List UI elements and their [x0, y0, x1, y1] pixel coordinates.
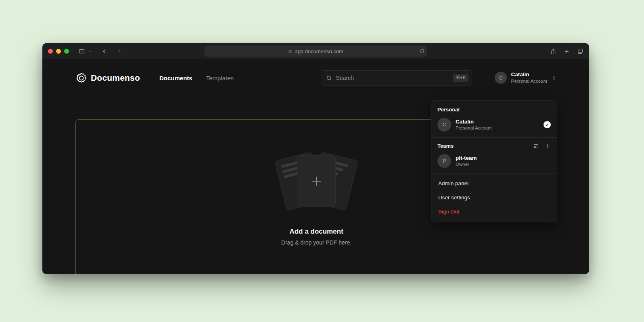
personal-avatar: C	[437, 118, 451, 132]
chevron-up-down-icon	[551, 75, 557, 81]
account-dropdown-menu: Personal C Catalin Personal Account Team…	[431, 100, 557, 222]
search-icon	[326, 75, 332, 81]
share-icon[interactable]	[550, 48, 556, 55]
personal-subtitle: Personal Account	[456, 125, 492, 131]
documenso-app: Documenso Documents Templates ⌘+K C Cata…	[42, 70, 589, 274]
refresh-icon[interactable]	[419, 49, 424, 54]
titlebar-right-actions	[550, 43, 583, 59]
lock-icon	[288, 49, 292, 54]
account-subtitle: Personal Account	[511, 78, 547, 84]
menu-item-admin-panel[interactable]: Admin panel	[431, 176, 557, 190]
search-input[interactable]	[336, 75, 449, 81]
documenso-logo[interactable]: Documenso	[75, 72, 140, 84]
sidebar-toggle-icon[interactable]	[78, 48, 86, 54]
personal-account-item[interactable]: C Catalin Personal Account	[431, 115, 557, 137]
team-texts: pit-team Owner	[456, 155, 477, 167]
app-header: Documenso Documents Templates ⌘+K C Cata…	[75, 70, 557, 86]
back-button-icon[interactable]	[102, 48, 107, 54]
minimize-window-button[interactable]	[56, 49, 61, 54]
personal-texts: Catalin Personal Account	[456, 118, 492, 131]
document-stack-illustration	[272, 151, 361, 211]
documenso-logo-icon	[75, 72, 87, 84]
selected-check-icon	[544, 121, 551, 128]
zoom-window-button[interactable]	[64, 49, 69, 54]
close-window-button[interactable]	[48, 49, 53, 54]
sidebar-chevron-down-icon[interactable]	[88, 49, 92, 53]
traffic-lights	[48, 49, 69, 54]
menu-item-sign-out[interactable]: Sign Out	[431, 205, 557, 219]
menu-links: Admin panel User settings Sign Out	[431, 174, 557, 222]
manage-teams-icon[interactable]	[533, 143, 539, 149]
dropzone-subtitle: Drag & drop your PDF here.	[281, 239, 351, 246]
main-nav: Documents Templates	[159, 75, 234, 82]
nav-templates[interactable]: Templates	[206, 75, 234, 82]
url-text: app.documenso.com	[295, 48, 343, 54]
add-team-plus-icon[interactable]	[545, 143, 551, 149]
new-tab-plus-icon[interactable]	[564, 48, 570, 54]
teams-section-label: Teams	[437, 143, 454, 149]
search-shortcut-badge: ⌘+K	[453, 74, 469, 82]
nav-documents[interactable]: Documents	[159, 75, 192, 82]
browser-titlebar: app.documenso.com	[42, 43, 589, 59]
brand-name: Documenso	[91, 73, 140, 83]
tab-overview-icon[interactable]	[577, 48, 583, 54]
account-text: Catalin Personal Account	[511, 71, 547, 84]
account-avatar: C	[495, 72, 507, 84]
menu-item-user-settings[interactable]: User settings	[431, 190, 557, 205]
forward-button-icon[interactable]	[116, 48, 122, 54]
personal-section-label: Personal	[431, 101, 557, 115]
card-front	[297, 155, 336, 207]
team-name: pit-team	[456, 155, 477, 162]
team-avatar: P	[437, 154, 451, 168]
team-item[interactable]: P pit-team Owner	[431, 151, 557, 174]
plus-icon	[309, 174, 323, 188]
address-bar[interactable]: app.documenso.com	[205, 46, 427, 57]
team-role: Owner	[456, 161, 477, 167]
search-box[interactable]: ⌘+K	[321, 70, 472, 86]
teams-section-header: Teams	[431, 138, 557, 151]
teams-actions	[533, 143, 551, 149]
account-menu-trigger[interactable]: C Catalin Personal Account	[495, 71, 557, 84]
personal-name: Catalin	[456, 118, 492, 125]
dropzone-title: Add a document	[289, 228, 343, 236]
browser-window: app.documenso.com Documenso	[42, 43, 589, 274]
account-name: Catalin	[511, 71, 547, 78]
